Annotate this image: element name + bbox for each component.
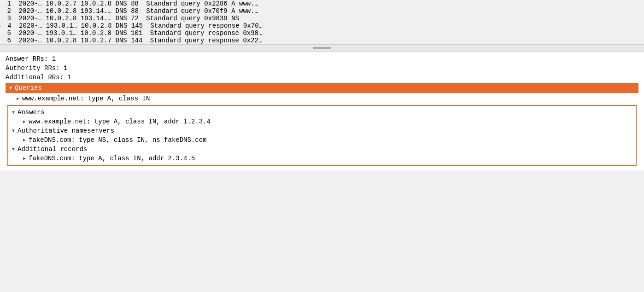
- col-info: Standard query 0x70f9 A www.…: [146, 7, 258, 15]
- col-len: 144: [131, 37, 146, 44]
- col-proto: DNS: [116, 7, 127, 15]
- col-time: 2020-…: [18, 29, 41, 37]
- row-arrow-placeholder: [0, 16, 3, 22]
- arrow-left-icon: ←: [0, 23, 4, 29]
- section-header-label: Additional records: [18, 146, 87, 153]
- col-src: 193.0.1…: [46, 22, 77, 29]
- col-info: Standard query response 0x98…: [150, 29, 263, 37]
- highlighted-section-item[interactable]: ▶www.example.net: type A, class IN, addr…: [8, 117, 636, 126]
- col-len: 72: [131, 15, 142, 22]
- section-header-label: Authoritative nameservers: [18, 127, 114, 134]
- col-src: 193.0.1…: [46, 29, 76, 37]
- section-triangle-icon: ▼: [12, 128, 15, 134]
- section-header-label: Answers: [18, 109, 45, 116]
- divider-handle: [313, 47, 331, 49]
- queries-item-label: www.example.net: type A, class IN: [22, 95, 150, 102]
- col-proto: DNS: [116, 29, 127, 37]
- highlighted-section-item[interactable]: ▶fakeDNS.com: type NS, class IN, ns fake…: [8, 135, 636, 145]
- col-len: 88: [131, 0, 142, 7]
- col-src: 10.0.2.8: [46, 7, 76, 15]
- section-triangle-icon: ▼: [12, 110, 15, 115]
- row-arrow-placeholder: [0, 8, 3, 15]
- row-arrow-placeholder: [0, 38, 3, 44]
- col-proto: DNS: [116, 37, 127, 44]
- section-item-label: fakeDNS.com: type A, class IN, addr 2.3.…: [29, 155, 195, 162]
- col-proto: DNS: [116, 22, 127, 29]
- item-expand-icon: ▶: [23, 119, 26, 124]
- detail-line: Additional RRs: 1: [6, 73, 638, 82]
- packet-row-4[interactable]: ← 4 2020-… 193.0.1… 10.0.2.8 DNS 145 Sta…: [0, 22, 644, 29]
- detail-line: Answer RRs: 1: [6, 54, 638, 64]
- section-item-label: fakeDNS.com: type NS, class IN, ns fakeD…: [29, 136, 206, 144]
- queries-items: ▶www.example.net: type A, class IN: [6, 94, 638, 103]
- highlighted-section-header[interactable]: ▼Authoritative nameservers: [8, 126, 636, 135]
- col-dst: 193.14.…: [81, 7, 111, 15]
- col-src: 10.0.2.8: [46, 37, 76, 44]
- highlighted-sections: ▼Answers▶www.example.net: type A, class …: [8, 108, 636, 163]
- col-len: 101: [131, 29, 146, 37]
- queries-triangle-icon: ▼: [9, 86, 12, 91]
- col-proto: DNS: [116, 0, 127, 7]
- packet-row-5[interactable]: 5 2020-… 193.0.1… 10.0.2.8 DNS 101 Stand…: [0, 29, 644, 37]
- queries-item[interactable]: ▶www.example.net: type A, class IN: [6, 94, 638, 103]
- col-src: 10.0.2.8: [46, 15, 76, 22]
- detail-panel: Answer RRs: 1Authority RRs: 1Additional …: [0, 52, 644, 170]
- col-dst: 10.0.2.8: [81, 22, 111, 29]
- col-len: 145: [131, 22, 146, 29]
- detail-lines: Answer RRs: 1Authority RRs: 1Additional …: [6, 54, 638, 82]
- col-time: 2020-…: [18, 7, 41, 15]
- packet-list-panel: 1 2020-… 10.0.2.7 10.0.2.8 DNS 88 Standa…: [0, 0, 644, 170]
- col-dst: 10.0.2.8: [81, 29, 111, 37]
- queries-section-header[interactable]: ▼ Queries: [6, 83, 638, 93]
- col-time: 2020-…: [18, 37, 41, 44]
- col-len: 88: [131, 7, 142, 15]
- packet-row-1[interactable]: 1 2020-… 10.0.2.7 10.0.2.8 DNS 88 Standa…: [0, 0, 644, 7]
- queries-section-label: Queries: [15, 84, 42, 92]
- highlighted-section-item[interactable]: ▶fakeDNS.com: type A, class IN, addr 2.3…: [8, 154, 636, 163]
- col-proto: DNS: [116, 15, 127, 22]
- packet-row-6[interactable]: 6 2020-… 10.0.2.8 10.0.2.7 DNS 144 Stand…: [0, 37, 644, 44]
- packet-row-2[interactable]: 2 2020-… 10.0.2.8 193.14.… DNS 88 Standa…: [0, 7, 644, 15]
- col-dst: 10.0.2.8: [81, 0, 111, 7]
- col-info: Standard query 0x9839 NS: [146, 15, 239, 22]
- highlighted-section-header[interactable]: ▼Additional records: [8, 145, 636, 154]
- col-no: 6: [7, 37, 15, 44]
- expand-icon: ▶: [17, 96, 19, 101]
- item-expand-icon: ▶: [23, 156, 26, 161]
- col-no: 3: [7, 15, 15, 22]
- highlighted-section-header[interactable]: ▼Answers: [8, 108, 636, 117]
- pane-divider[interactable]: [0, 44, 644, 52]
- item-expand-icon: ▶: [23, 137, 26, 143]
- detail-line: Authority RRs: 1: [6, 64, 638, 73]
- packet-table: 1 2020-… 10.0.2.7 10.0.2.8 DNS 88 Standa…: [0, 0, 644, 44]
- col-info: Standard query response 0x22…: [150, 37, 263, 44]
- col-no: 1: [7, 0, 15, 7]
- col-info: Standard query response 0x70…: [150, 22, 263, 29]
- col-no: 5: [7, 29, 15, 37]
- col-info: Standard query 0x2286 A www.…: [146, 0, 258, 7]
- row-arrow-placeholder: [0, 30, 3, 37]
- col-no: 4: [7, 22, 15, 29]
- col-dst: 10.0.2.7: [81, 37, 111, 44]
- col-no: 2: [7, 7, 15, 15]
- highlighted-sections-box: ▼Answers▶www.example.net: type A, class …: [7, 105, 637, 166]
- col-src: 10.0.2.7: [46, 0, 76, 7]
- packet-row-3[interactable]: 3 2020-… 10.0.2.8 193.14.… DNS 72 Standa…: [0, 15, 644, 22]
- col-time: 2020-…: [18, 0, 41, 7]
- section-triangle-icon: ▼: [12, 147, 15, 152]
- section-item-label: www.example.net: type A, class IN, addr …: [29, 118, 211, 125]
- col-time: 2020-…: [19, 22, 42, 29]
- row-arrow-placeholder: [0, 1, 3, 7]
- col-time: 2020-…: [18, 15, 41, 22]
- col-dst: 193.14.…: [81, 15, 111, 22]
